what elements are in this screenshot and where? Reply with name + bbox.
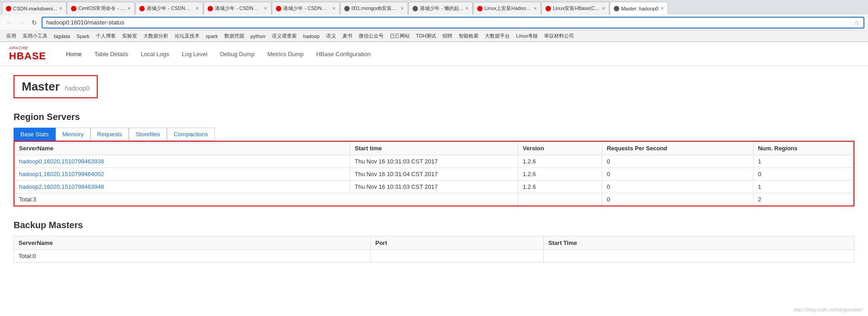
col-header-regions: Num. Regions <box>753 141 854 155</box>
browser-tab-8[interactable]: Linux安装HBase(Cent...✕ <box>541 2 609 14</box>
backup-masters-section: Backup Masters ServerName Port Start Tim… <box>14 220 854 263</box>
master-title-box: Master hadoop0 <box>14 75 98 98</box>
page-content: Master hadoop0 Region Servers Base Stats… <box>0 66 868 272</box>
bookmark-14[interactable]: 麦书 <box>340 32 355 40</box>
backup-col-starttime: Start Time <box>544 236 854 250</box>
bookmark-17[interactable]: TDH测试 <box>413 32 439 40</box>
nav-table-details[interactable]: Table Details <box>88 49 134 59</box>
bookmark-18[interactable]: 招聘 <box>440 32 455 40</box>
col-header-rps: Requests Per Second <box>602 141 753 155</box>
nav-hbase-configuration[interactable]: HBase Configuration <box>310 49 377 59</box>
server-link-2[interactable]: hadoop2,16020,1510799463948 <box>19 183 104 190</box>
region-servers-section: Region Servers Base Stats Memory Request… <box>14 112 854 206</box>
bookmark-13[interactable]: 语义 <box>323 32 339 40</box>
bookmark-16[interactable]: 已己网站 <box>387 32 413 40</box>
nav-local-logs[interactable]: Local Logs <box>134 49 175 59</box>
browser-tab-0[interactable]: CSDN-markdowni...✕ <box>2 2 66 14</box>
backup-masters-table: ServerName Port Start Time Total:0 <box>14 236 854 263</box>
regions-0: 1 <box>753 155 854 168</box>
tab-memory[interactable]: Memory <box>56 128 90 141</box>
backup-total-label: Total:0 <box>14 250 371 263</box>
col-header-version: Version <box>518 141 602 155</box>
version-0: 1.2.6 <box>518 155 602 168</box>
bookmark-20[interactable]: 大数据平台 <box>482 32 512 40</box>
backup-col-servername: ServerName <box>14 236 371 250</box>
bookmarks-bar: (function() { const data = JSON.parse(do… <box>0 31 868 42</box>
hbase-header: APACHE HBASE Home Table Details Local Lo… <box>0 42 868 66</box>
bookmark-0[interactable]: 应用 <box>4 32 19 40</box>
backup-col-port: Port <box>370 236 544 250</box>
browser-tab-2[interactable]: 港城少年 - CSDN博客✕ <box>135 2 203 14</box>
nav-home[interactable]: Home <box>60 49 88 59</box>
star-icon[interactable]: ☆ <box>854 19 860 26</box>
bookmark-22[interactable]: 审议材料公司 <box>541 32 577 40</box>
bookmark-5[interactable]: 实验室 <box>119 32 140 40</box>
rps-1: 0 <box>602 168 753 181</box>
bookmark-9[interactable]: 数据挖掘 <box>222 32 247 40</box>
browser-tab-3[interactable]: 港城少年 - CSDN博客✕ <box>204 2 271 14</box>
bookmark-19[interactable]: 智能检索 <box>456 32 481 40</box>
back-button[interactable]: ← <box>4 17 14 28</box>
tab-base-stats[interactable]: Base Stats <box>14 128 56 141</box>
region-total-rps: 0 <box>602 193 753 206</box>
region-total-regions: 2 <box>753 193 854 206</box>
browser-tab-7[interactable]: Linux上安装Hadoop配...✕ <box>473 2 541 14</box>
master-title: Master <box>22 80 60 93</box>
bookmark-8[interactable]: spark <box>203 33 221 39</box>
hbase-nav: Home Table Details Local Logs Log Level … <box>60 49 377 59</box>
start-time-0: Thu Nov 16 10:31:03 CST 2017 <box>350 155 518 168</box>
rps-2: 0 <box>602 181 753 193</box>
tab-storefiles[interactable]: Storefiles <box>129 128 167 141</box>
server-link-1[interactable]: hadoop1,16020,1510799464002 <box>19 171 104 177</box>
browser-tab-6[interactable]: 港城少年 - 懒的起...✕ <box>408 2 473 14</box>
apache-label: APACHE <box>9 46 46 50</box>
table-row-1: hadoop1,16020,1510799464002 Thu Nov 16 1… <box>14 168 854 181</box>
bookmark-11[interactable]: 语义谱查索 <box>269 32 299 40</box>
col-header-starttime: Start time <box>350 141 518 155</box>
server-link-0[interactable]: hadoop0,16020,1510799463938 <box>19 158 104 165</box>
version-2: 1.2.6 <box>518 181 602 193</box>
backup-header-row: ServerName Port Start Time <box>14 236 854 250</box>
region-total-label: Total:3 <box>14 193 518 206</box>
regions-2: 1 <box>753 181 854 193</box>
start-time-1: Thu Nov 16 10:31:04 CST 2017 <box>350 168 518 181</box>
address-bar: ☆ <box>42 17 864 29</box>
bookmark-1[interactable]: 实用小工具 <box>20 32 50 40</box>
bookmark-12[interactable]: hadoop <box>300 33 323 39</box>
start-time-2: Thu Nov 16 10:31:03 CST 2017 <box>350 181 518 193</box>
bookmark-10[interactable]: python <box>248 33 268 39</box>
regions-1: 0 <box>753 168 854 181</box>
master-subtitle: hadoop0 <box>65 85 90 92</box>
region-servers-tabs: Base Stats Memory Requests Storefiles Co… <box>14 128 854 141</box>
browser-tab-5[interactable]: 001.mongodb安装配...✕ <box>340 2 408 14</box>
backup-masters-title: Backup Masters <box>14 220 854 230</box>
forward-button[interactable]: → <box>16 17 27 28</box>
backup-total-time <box>544 250 854 263</box>
version-1: 1.2.6 <box>518 168 602 181</box>
region-servers-title: Region Servers <box>14 112 854 122</box>
bookmark-3[interactable]: Spark <box>74 33 92 39</box>
nav-metrics-dump[interactable]: Metrics Dump <box>261 49 310 59</box>
table-row-2: hadoop2,16020,1510799463948 Thu Nov 16 1… <box>14 181 854 193</box>
bookmark-7[interactable]: 论坛及技术 <box>172 32 202 40</box>
bookmark-15[interactable]: 微信公众号 <box>356 32 386 40</box>
tab-requests[interactable]: Requests <box>90 128 129 141</box>
browser-tab-1[interactable]: CentOS常用命令 - 港...✕ <box>67 2 135 14</box>
nav-bar: ← → ↻ ☆ <box>0 14 868 31</box>
browser-tab-4[interactable]: 港城少年 - CSDN博客✕ <box>272 2 340 14</box>
tab-bar: (function() { const data = JSON.parse(do… <box>0 0 868 14</box>
bookmark-6[interactable]: 大数据分析 <box>141 32 171 40</box>
nav-log-level[interactable]: Log Level <box>175 49 213 59</box>
table-header-row: ServerName Start time Version Requests P… <box>14 141 854 155</box>
region-total-empty <box>518 193 602 206</box>
browser-tab-9[interactable]: Master: hadoop0✕ <box>610 2 668 14</box>
tab-compactions[interactable]: Compactions <box>167 128 215 141</box>
hbase-logo: APACHE HBASE <box>9 46 46 62</box>
bookmark-4[interactable]: 个人博客 <box>93 32 119 40</box>
bookmark-21[interactable]: Linux考核 <box>513 32 541 40</box>
bookmark-2[interactable]: bigdata <box>51 33 73 39</box>
address-input[interactable] <box>46 19 852 26</box>
reload-button[interactable]: ↻ <box>29 17 40 28</box>
nav-debug-dump[interactable]: Debug Dump <box>213 49 261 59</box>
region-servers-table: ServerName Start time Version Requests P… <box>14 141 854 206</box>
